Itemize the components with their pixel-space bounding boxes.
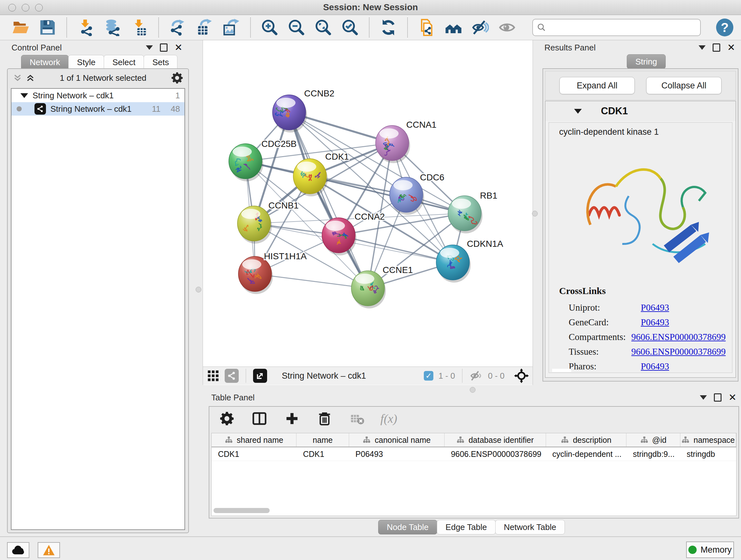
column-header-shared-name[interactable]: shared name [212, 433, 296, 447]
export-network-button[interactable] [169, 18, 187, 37]
tab-string[interactable]: String [627, 54, 666, 69]
export-image-button[interactable] [222, 18, 241, 37]
delete-table-button[interactable] [348, 409, 366, 428]
network-share-icon[interactable] [225, 369, 239, 383]
table-cell[interactable]: stringdb [680, 447, 736, 461]
network-node-HIST1H1A[interactable]: HIST1H1A [239, 251, 307, 294]
column-header-database-identifier[interactable]: database identifier [445, 433, 546, 447]
network-canvas[interactable]: CCNB2CCNA1CDC25BCDK1CDC6RB1CCNB1CCNA2CDK… [203, 40, 533, 367]
column-header-label: namespace [693, 435, 735, 445]
splitter-handle[interactable] [532, 211, 538, 216]
panel-float-icon[interactable] [160, 44, 167, 52]
tab-network-table[interactable]: Network Table [495, 520, 565, 535]
zoom-fit-button[interactable] [314, 18, 333, 37]
expand-all-icon[interactable] [25, 73, 35, 83]
show-glass-button[interactable] [498, 18, 516, 37]
node-gloss-highlight [241, 209, 260, 219]
node-label: CCNE1 [383, 265, 413, 275]
node-entry-header[interactable]: CDK1 [545, 101, 736, 121]
grid-mode-icon[interactable] [207, 369, 219, 382]
add-column-button[interactable] [283, 409, 301, 428]
panel-collapse-icon[interactable] [146, 45, 153, 50]
tab-edge-table[interactable]: Edge Table [437, 520, 495, 535]
collapse-all-button[interactable]: Collapse All [646, 77, 722, 94]
crosslink-link[interactable]: P06493 [641, 302, 669, 313]
entry-expand-icon[interactable] [574, 109, 582, 114]
tab-style[interactable]: Style [68, 55, 104, 70]
table-cell[interactable]: stringdb:9... [626, 447, 680, 461]
panel-collapse-icon[interactable] [700, 395, 707, 400]
export-table-button[interactable] [195, 18, 214, 37]
help-button[interactable]: ? [716, 18, 733, 37]
zoom-selected-button[interactable] [341, 18, 359, 37]
table-cell[interactable]: CDK1 [212, 447, 296, 461]
crosslink-link[interactable]: P06493 [641, 361, 669, 372]
results-scroll-area[interactable]: CDK1 cyclin-dependent kinase 1 [545, 101, 736, 378]
search-field[interactable] [532, 19, 701, 36]
home-button[interactable] [444, 18, 463, 37]
results-hscrollbar[interactable] [552, 369, 571, 372]
zoom-in-button[interactable] [260, 18, 279, 37]
panel-float-icon[interactable] [713, 44, 720, 52]
show-columns-button[interactable] [250, 409, 269, 428]
panel-float-icon[interactable] [714, 393, 722, 401]
import-table-button[interactable] [130, 18, 149, 37]
network-row[interactable]: String Network – cdk1 11 48 [11, 102, 185, 116]
table-cell[interactable]: P06493 [349, 447, 445, 461]
table-options-button[interactable] [218, 409, 236, 428]
delete-column-button[interactable] [315, 409, 334, 428]
cloud-status-button[interactable] [7, 542, 29, 558]
tab-select[interactable]: Select [104, 55, 144, 70]
memory-button[interactable]: Memory [686, 542, 734, 558]
panel-close-icon[interactable]: ✕ [729, 394, 737, 401]
panel-collapse-icon[interactable] [698, 45, 705, 50]
fit-selected-icon[interactable] [514, 368, 529, 383]
hidden-count: 0 - 0 [488, 371, 504, 381]
tab-network[interactable]: Network [21, 55, 69, 70]
tree-expand-icon[interactable] [20, 93, 28, 98]
table-cell[interactable]: 9606.ENSP00000378699 [445, 447, 546, 461]
network-collection-row[interactable]: String Network – cdk1 1 [11, 89, 185, 102]
network-node-CCNA1[interactable]: CCNA1 [376, 120, 436, 163]
refresh-button[interactable] [379, 18, 398, 37]
splitter-handle[interactable] [470, 387, 475, 393]
search-input[interactable] [549, 22, 696, 33]
panel-close-icon[interactable]: ✕ [175, 44, 183, 51]
network-node-CDK1[interactable]: CDK1 [293, 152, 349, 196]
detach-view-icon[interactable] [253, 369, 267, 383]
crosslink-link[interactable]: 9606.ENSP00000378699 [631, 347, 726, 357]
column-header-canonical-name[interactable]: canonical name [349, 433, 445, 447]
network-node-CDKN1A[interactable]: CDKN1A [436, 239, 503, 283]
network-label: String Network – cdk1 [51, 104, 147, 114]
warnings-button[interactable] [38, 542, 60, 558]
column-header-@id[interactable]: @id [626, 433, 680, 447]
open-session-button[interactable] [11, 18, 30, 37]
zoom-out-button[interactable] [287, 18, 306, 37]
column-header-description[interactable]: description [546, 433, 627, 447]
copy-network-button[interactable] [417, 18, 436, 37]
expand-all-button[interactable]: Expand All [559, 77, 635, 94]
import-network-from-database-button[interactable] [104, 18, 122, 37]
crosslink-link[interactable]: P06493 [641, 317, 669, 327]
table-hscrollbar[interactable] [213, 508, 270, 513]
hide-glass-button[interactable] [471, 18, 489, 37]
save-session-button[interactable] [38, 18, 57, 37]
function-builder-button[interactable]: f(x) [381, 412, 397, 426]
hidden-elements-icon[interactable] [469, 369, 483, 382]
network-node-RB1[interactable]: RB1 [448, 191, 497, 233]
tab-node-table[interactable]: Node Table [378, 520, 437, 535]
gear-icon[interactable] [171, 72, 183, 84]
network-node-CDC6[interactable]: CDC6 [390, 172, 444, 215]
column-header-namespace[interactable]: namespace [680, 433, 736, 447]
table-row[interactable]: CDK1CDK1P064939606.ENSP00000378699cyclin… [212, 447, 736, 461]
table-cell[interactable]: cyclin-dependent ... [546, 447, 627, 461]
selected-nodes-checkbox[interactable]: ✓ [424, 371, 433, 381]
column-header-name[interactable]: name [296, 433, 349, 447]
table-cell[interactable]: CDK1 [296, 447, 349, 461]
tab-sets[interactable]: Sets [144, 55, 178, 70]
crosslink-link[interactable]: 9606.ENSP00000378699 [631, 332, 726, 342]
panel-close-icon[interactable]: ✕ [727, 44, 735, 51]
import-network-button[interactable] [77, 18, 95, 37]
splitter-handle[interactable] [196, 287, 201, 293]
collapse-all-icon[interactable] [13, 73, 22, 83]
